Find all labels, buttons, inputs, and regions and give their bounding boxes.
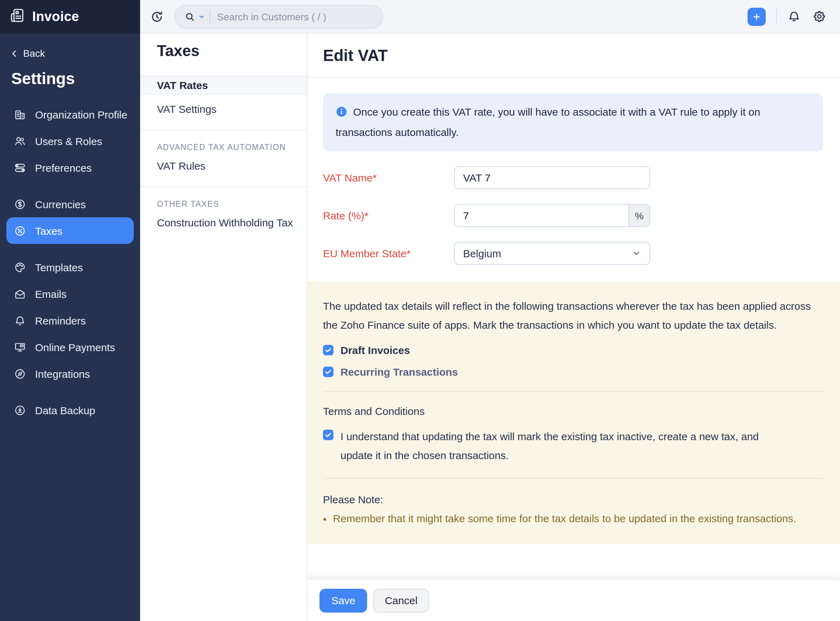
- subnav-item-vat-rules[interactable]: VAT Rules: [140, 156, 307, 175]
- terms-checkbox-row[interactable]: I understand that updating the tax will …: [323, 427, 823, 465]
- sidebar-item-label: Emails: [35, 288, 66, 300]
- info-banner-text: Once you create this VAT rate, you will …: [335, 106, 760, 138]
- sidebar-item-currencies[interactable]: Currencies: [0, 191, 140, 217]
- note-bullet-text: Remember that it might take some time fo…: [333, 512, 796, 526]
- info-banner: Once you create this VAT rate, you will …: [323, 93, 823, 151]
- nav-group-gap: [0, 387, 140, 397]
- subnav-heading-other-taxes: OTHER TAXES: [157, 200, 307, 208]
- quick-create-button[interactable]: [748, 8, 766, 26]
- search-scope-chevron-icon[interactable]: [198, 13, 205, 20]
- app-window: Invoice Back Settings: [0, 0, 840, 621]
- back-button[interactable]: Back: [0, 48, 140, 59]
- nav-group-gap: [0, 181, 140, 191]
- sidebar-item-preferences[interactable]: Preferences: [0, 154, 140, 181]
- chevron-down-icon: [632, 249, 641, 258]
- eu-member-state-select[interactable]: Belgium: [454, 242, 650, 265]
- subnav-item-vat-rates[interactable]: VAT Rates: [140, 76, 307, 95]
- checkbox-checked-icon[interactable]: [323, 367, 334, 377]
- draft-invoices-label: Draft Invoices: [340, 344, 410, 356]
- invoice-logo-icon: [9, 7, 26, 27]
- sidebar-item-label: Organization Profile: [35, 108, 127, 120]
- subnav-item-construction-withholding-tax[interactable]: Construction Withholding Tax: [140, 213, 307, 232]
- draft-invoices-checkbox-row[interactable]: Draft Invoices: [323, 344, 823, 356]
- sidebar-item-label: Online Payments: [35, 341, 115, 353]
- sidebar-item-data-backup[interactable]: Data Backup: [0, 397, 140, 423]
- sidebar-title: Settings: [0, 70, 140, 88]
- sidebar-item-label: Preferences: [35, 162, 92, 173]
- users-icon: [14, 135, 26, 147]
- reminders-icon: [14, 314, 26, 326]
- recurring-transactions-label: Recurring Transactions: [340, 366, 458, 378]
- rate-input[interactable]: [455, 204, 628, 226]
- save-button[interactable]: Save: [319, 588, 367, 612]
- eu-member-state-row: EU Member State* Belgium: [308, 242, 840, 265]
- eu-member-state-value: Belgium: [463, 247, 501, 259]
- sidebar-item-label: Currencies: [35, 198, 86, 210]
- checkbox-checked-icon[interactable]: [323, 430, 334, 440]
- integrations-icon: [14, 368, 26, 380]
- edit-vat-panel: Edit VAT Once you create this VAT rate, …: [308, 33, 840, 621]
- terms-text: I understand that updating the tax will …: [340, 427, 782, 465]
- subnav-heading-advanced-tax-automation: ADVANCED TAX AUTOMATION: [157, 143, 307, 151]
- taxes-icon: [14, 225, 26, 236]
- app-logo[interactable]: Invoice: [0, 0, 140, 33]
- emails-icon: [14, 288, 26, 300]
- title-divider: [308, 77, 840, 78]
- note-bullet: • Remember that it might take some time …: [323, 512, 823, 526]
- vat-name-input[interactable]: [454, 166, 650, 189]
- vat-name-label: VAT Name*: [323, 172, 454, 184]
- nav-group-gap: [0, 244, 140, 254]
- organization-icon: [14, 108, 26, 120]
- chevron-left-icon: [10, 49, 19, 58]
- form-footer: Save Cancel: [308, 579, 840, 621]
- sidebar-item-label: Users & Roles: [35, 135, 102, 147]
- percent-addon: %: [628, 204, 650, 226]
- data-backup-icon: [14, 404, 26, 416]
- product-name: Invoice: [32, 9, 79, 24]
- sidebar-item-integrations[interactable]: Integrations: [0, 360, 140, 387]
- eu-member-state-label: EU Member State*: [323, 247, 454, 259]
- sidebar-item-emails[interactable]: Emails: [0, 280, 140, 307]
- page-title: Edit VAT: [323, 46, 840, 65]
- subnav-item-vat-settings[interactable]: VAT Settings: [140, 100, 307, 118]
- rate-input-group: %: [454, 204, 650, 227]
- cancel-button[interactable]: Cancel: [373, 588, 428, 612]
- sidebar-item-label: Data Backup: [35, 404, 95, 416]
- vat-name-row: VAT Name*: [308, 166, 840, 189]
- vat-form: VAT Name* Rate (%)* % EU Member State*: [308, 166, 840, 265]
- notifications-button[interactable]: [787, 10, 801, 23]
- terms-heading: Terms and Conditions: [323, 405, 823, 417]
- currencies-icon: [14, 198, 26, 210]
- recent-history-button[interactable]: [147, 7, 167, 26]
- section-divider: [323, 478, 823, 479]
- recurring-transactions-checkbox-row[interactable]: Recurring Transactions: [323, 366, 823, 378]
- sidebar-item-label: Templates: [35, 261, 83, 273]
- online-payments-icon: [14, 341, 26, 353]
- sidebar-item-users-roles[interactable]: Users & Roles: [0, 127, 140, 154]
- rate-row: Rate (%)* %: [308, 204, 840, 227]
- subnav-divider: [140, 186, 307, 187]
- global-search[interactable]: [174, 5, 383, 29]
- topbar: [140, 0, 840, 33]
- info-icon: [335, 105, 347, 123]
- taxes-subnav: Taxes VAT Rates VAT Settings ADVANCED TA…: [140, 33, 308, 621]
- search-divider: [210, 10, 210, 23]
- topbar-divider: [776, 9, 777, 24]
- sidebar-item-reminders[interactable]: Reminders: [0, 307, 140, 334]
- sidebar-item-templates[interactable]: Templates: [0, 254, 140, 280]
- settings-gear-button[interactable]: [813, 10, 826, 23]
- back-label: Back: [23, 48, 45, 59]
- sidebar-item-taxes[interactable]: Taxes: [6, 217, 134, 244]
- please-note-heading: Please Note:: [323, 494, 823, 505]
- preferences-icon: [14, 162, 26, 173]
- sidebar-item-label: Taxes: [35, 225, 62, 236]
- checkbox-checked-icon[interactable]: [323, 345, 334, 355]
- sidebar-item-label: Reminders: [35, 314, 86, 326]
- settings-nav: Organization Profile Users & Roles: [0, 101, 140, 423]
- search-input[interactable]: [217, 11, 373, 22]
- subnav-divider: [140, 130, 307, 130]
- sidebar-item-online-payments[interactable]: Online Payments: [0, 334, 140, 360]
- sidebar-item-label: Integrations: [35, 368, 90, 380]
- sidebar-item-organization-profile[interactable]: Organization Profile: [0, 101, 140, 127]
- bullet-dot: •: [323, 512, 327, 526]
